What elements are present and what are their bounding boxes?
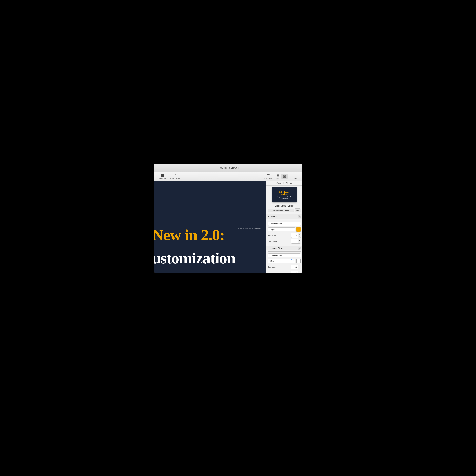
theme-preview-title: IntroducingDeckset: [277, 191, 292, 196]
view-icon: ⊞: [276, 173, 279, 177]
toolbar-right: ☰ Customize ⊞ View ▣ ↑ Export: [263, 173, 299, 180]
header-align-row: ≡ ≡ ≡: [268, 220, 301, 220]
preview-label: Show Preview: [170, 178, 180, 180]
header-close-button[interactable]: ✕: [298, 215, 301, 218]
header-strong-text-scale-down[interactable]: ▼: [298, 267, 301, 269]
view-button[interactable]: ⊞ View: [274, 173, 281, 180]
toolbar-separator: [289, 174, 289, 179]
rehearse-label: Rehearse: [159, 178, 166, 180]
window-title-text: MyPresentation.md: [220, 167, 239, 169]
header-text-scale-label: Text Scale: [268, 234, 276, 236]
header-line-height-input[interactable]: [291, 240, 298, 243]
chevron-down-icon: ▾: [298, 209, 299, 212]
view-active-icon: ▣: [283, 174, 286, 178]
header-section-label: ▼ Header: [268, 216, 277, 218]
header-font-select[interactable]: Eksell Display: [268, 222, 301, 226]
header-text-scale-down[interactable]: ▼: [298, 235, 301, 238]
align-left-button[interactable]: ≡: [268, 220, 279, 220]
preview-icon: ⬚: [174, 173, 176, 177]
slide-text-main: New in 2.0:: [154, 227, 225, 243]
save-theme-row: Save as New Theme ⚙ ▾: [266, 208, 303, 212]
header-strong-line-height-row: Line Height ▲ ▼: [268, 271, 301, 273]
header-strong-line-height-stepper: ▲ ▼: [298, 271, 301, 273]
header-strong-align-right-button[interactable]: ≡: [290, 251, 301, 252]
header-strong-close-button[interactable]: ✕: [298, 247, 301, 250]
header-strong-section-label: ▼ Header Strong: [268, 247, 284, 249]
header-font-row: Eksell Display ⌃⌄: [268, 222, 301, 226]
slide-text-sub: ustomization: [154, 250, 235, 266]
header-strong-align-left-button[interactable]: ≡: [268, 251, 279, 252]
view-active-button[interactable]: ▣: [281, 174, 288, 179]
header-strong-size-select[interactable]: Small: [268, 259, 295, 263]
header-strong-line-height-input[interactable]: [291, 272, 298, 273]
align-right-button[interactable]: ≡: [290, 220, 301, 220]
export-label: Export: [293, 177, 298, 179]
view-label: View: [276, 178, 280, 180]
gear-button[interactable]: ⚙ ▾: [295, 208, 301, 212]
header-line-height-up[interactable]: ▲: [298, 239, 301, 241]
theme-name: Eksell Dark 2 (Edited): [266, 205, 303, 207]
slide-area: New in 2.0: ustomization 晒Mac软件尽在macstor…: [154, 181, 266, 273]
header-strong-text-scale-label: Text Scale: [268, 266, 276, 268]
header-text-scale-up[interactable]: ▲: [298, 233, 301, 235]
export-button[interactable]: ↑ Export: [291, 173, 299, 180]
header-strong-text-scale-input[interactable]: [291, 265, 298, 268]
gear-icon: ⚙: [296, 209, 298, 212]
header-strong-line-height-input-wrap: ▲ ▼: [291, 271, 301, 273]
header-strong-section-title: Header Strong: [271, 247, 284, 249]
theme-preview-subtitle: Turn your notes into beautifulpresentati…: [277, 196, 292, 199]
header-line-height-down[interactable]: ▼: [298, 241, 301, 243]
header-section-header: ▼ Header ✕: [266, 214, 303, 219]
header-size-color-row: Large ⌃⌄: [268, 227, 301, 232]
main-content: New in 2.0: ustomization 晒Mac软件尽在macstor…: [154, 181, 303, 273]
rehearse-icon: ⬛: [160, 173, 164, 177]
header-text-scale-input[interactable]: [291, 234, 298, 237]
window-title: — MyPresentation.md: [218, 167, 239, 169]
header-color-swatch[interactable]: [296, 227, 301, 232]
show-preview-button[interactable]: ⬚ Show Preview: [168, 173, 182, 180]
toolbar-left: ⬛ Rehearse ⬚ Show Preview: [157, 173, 263, 180]
theme-preview-inner: IntroducingDeckset Turn your notes into …: [275, 189, 293, 200]
header-strong-text-scale-stepper: ▲ ▼: [298, 265, 301, 269]
header-strong-font-row: Eksell Display ⌃⌄: [268, 253, 301, 257]
rehearse-button[interactable]: ⬛ Rehearse: [157, 173, 168, 180]
header-strong-font-select[interactable]: Eksell Display: [268, 253, 301, 257]
save-as-new-theme-button[interactable]: Save as New Theme: [268, 209, 294, 212]
slide-watermark: 晒Mac软件尽在macstore.info...: [238, 227, 263, 230]
header-line-height-input-wrap: ▲ ▼: [291, 239, 301, 244]
header-strong-color-swatch[interactable]: [296, 259, 301, 263]
header-strong-align-center-button[interactable]: ≡: [279, 251, 290, 252]
panel-title: Customize Theme: [266, 181, 303, 186]
header-strong-line-height-up[interactable]: ▲: [298, 271, 301, 273]
header-strong-text-scale-input-wrap: ▲ ▼: [291, 265, 301, 269]
header-section-title: Header: [271, 216, 277, 218]
header-line-height-label: Line Height: [268, 240, 277, 242]
right-panel: Customize Theme IntroducingDeckset Turn …: [266, 181, 303, 273]
header-strong-line-height-label: Line Height: [268, 272, 277, 273]
header-strong-text-scale-row: Text Scale ▲ ▼: [268, 265, 301, 269]
header-line-height-row: Line Height ▲ ▼: [268, 239, 301, 244]
md-file-icon: —: [218, 167, 219, 169]
align-center-button[interactable]: ≡: [279, 220, 290, 220]
header-line-height-stepper: ▲ ▼: [298, 239, 301, 243]
toolbar: ⬛ Rehearse ⬚ Show Preview ☰ Customize ⊞ …: [154, 172, 303, 181]
header-strong-text-scale-up[interactable]: ▲: [298, 265, 301, 267]
header-text-scale-stepper: ▲ ▼: [298, 233, 301, 238]
app-window: — MyPresentation.md ⬛ Rehearse ⬚ Show Pr…: [154, 164, 303, 273]
header-strong-size-color-row: Small ⌃⌄: [268, 259, 301, 263]
export-icon: ↑: [294, 173, 296, 177]
header-strong-chevron-icon: ▼: [268, 247, 270, 249]
header-size-select[interactable]: Large: [268, 227, 295, 231]
header-text-scale-row: Text Scale ▲ ▼: [268, 233, 301, 238]
customize-button[interactable]: ☰ Customize: [263, 173, 274, 180]
header-strong-section-header: ▼ Header Strong ✕: [266, 246, 303, 250]
theme-preview-card: IntroducingDeckset Turn your notes into …: [272, 187, 297, 203]
customize-icon: ☰: [267, 173, 270, 177]
title-bar: — MyPresentation.md: [154, 164, 303, 172]
header-strong-size-select-wrap: Small ⌃⌄: [268, 259, 295, 263]
header-text-scale-input-wrap: ▲ ▼: [291, 233, 301, 238]
customize-label: Customize: [264, 178, 272, 180]
header-size-select-wrap: Large ⌃⌄: [268, 227, 295, 231]
header-chevron-icon: ▼: [268, 216, 270, 218]
header-strong-align-row: ≡ ≡ ≡: [268, 251, 301, 252]
